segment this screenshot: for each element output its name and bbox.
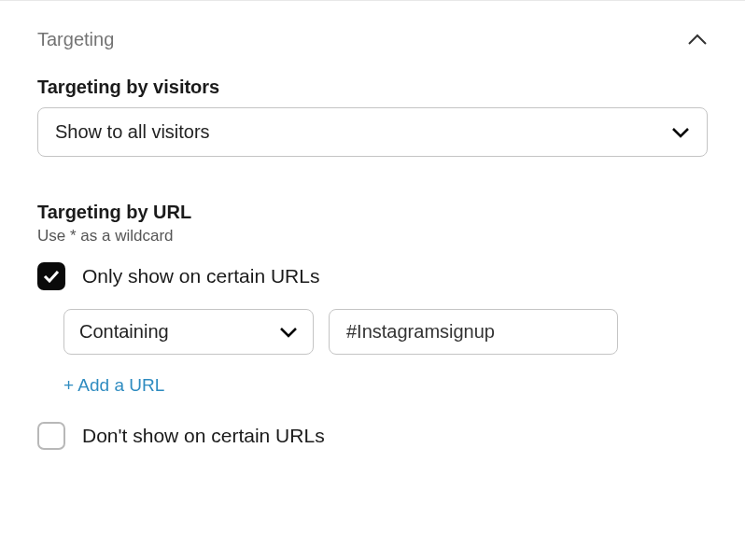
visitors-select[interactable]: Show to all visitors [37,107,708,157]
url-rule-row: Containing [63,309,708,355]
url-rule-type-select[interactable]: Containing [63,309,314,355]
section-header[interactable]: Targeting [37,29,708,50]
chevron-down-icon [279,323,298,342]
visitors-select-value: Show to all visitors [55,121,210,143]
url-sublabel: Use * as a wildcard [37,227,708,245]
targeting-url-group: Targeting by URL Use * as a wildcard Onl… [37,202,708,450]
add-url-link[interactable]: + Add a URL [63,375,164,396]
only-show-label: Only show on certain URLs [82,265,319,287]
section-title: Targeting [37,29,114,50]
chevron-up-icon [687,30,708,50]
chevron-down-icon [671,123,690,142]
only-show-row: Only show on certain URLs [37,262,708,290]
dont-show-checkbox[interactable] [37,422,65,450]
targeting-visitors-group: Targeting by visitors Show to all visito… [37,77,708,157]
url-rule-type-value: Containing [79,321,169,343]
url-label: Targeting by URL [37,202,708,223]
only-show-checkbox[interactable] [37,262,65,290]
url-rule-value-input[interactable] [329,309,618,355]
dont-show-label: Don't show on certain URLs [82,425,325,447]
visitors-label: Targeting by visitors [37,77,708,98]
dont-show-row: Don't show on certain URLs [37,422,708,450]
